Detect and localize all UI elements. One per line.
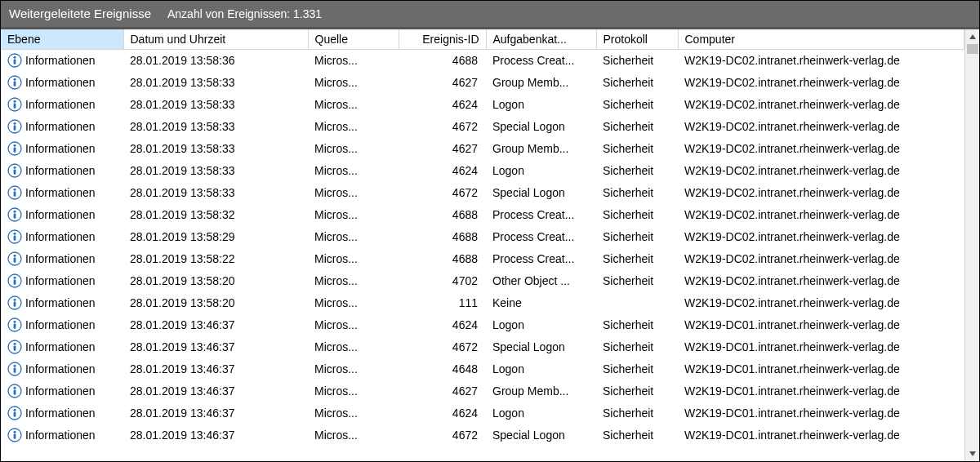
cell-task: Process Creat... — [486, 204, 596, 226]
cell-event-id: 4624 — [399, 94, 486, 116]
cell-task: Logon — [486, 402, 596, 424]
svg-rect-26 — [14, 236, 16, 241]
table-row[interactable]: Informationen28.01.2019 13:46:37Micros..… — [1, 358, 964, 380]
info-icon — [7, 75, 22, 90]
table-row[interactable]: Informationen28.01.2019 13:58:29Micros..… — [1, 226, 964, 248]
cell-event-id: 4627 — [399, 138, 486, 160]
cell-event-id: 4627 — [399, 72, 486, 94]
svg-point-37 — [14, 321, 16, 323]
cell-task: Process Creat... — [486, 248, 596, 270]
cell-level: Informationen — [25, 296, 96, 309]
svg-point-40 — [14, 343, 16, 345]
cell-datetime: 28.01.2019 13:58:20 — [123, 270, 308, 292]
svg-point-10 — [14, 122, 16, 125]
cell-source: Micros... — [308, 160, 399, 182]
cell-source: Micros... — [308, 336, 399, 358]
cell-datetime: 28.01.2019 13:46:37 — [123, 336, 308, 358]
cell-datetime: 28.01.2019 13:58:33 — [123, 116, 308, 138]
svg-rect-17 — [14, 170, 16, 175]
table-row[interactable]: Informationen28.01.2019 13:46:37Micros..… — [1, 314, 964, 336]
cell-task: Special Logon — [486, 424, 596, 446]
info-icon — [7, 362, 22, 376]
cell-task: Logon — [486, 94, 596, 116]
col-datetime[interactable]: Datum und Uhrzeit — [123, 29, 308, 50]
svg-rect-41 — [14, 346, 16, 351]
info-icon — [7, 229, 22, 244]
cell-source: Micros... — [308, 204, 399, 226]
cell-source: Micros... — [308, 314, 399, 336]
table-row[interactable]: Informationen28.01.2019 13:58:33Micros..… — [1, 72, 964, 94]
table-row[interactable]: Informationen28.01.2019 13:58:22Micros..… — [1, 248, 964, 270]
info-icon — [7, 119, 22, 134]
cell-event-id: 4702 — [399, 270, 486, 292]
table-row[interactable]: Informationen28.01.2019 13:58:33Micros..… — [1, 160, 964, 182]
cell-event-id: 4688 — [399, 204, 486, 226]
cell-event-id: 4688 — [399, 248, 486, 270]
table-row[interactable]: Informationen28.01.2019 13:58:20Micros..… — [1, 270, 964, 292]
cell-computer: W2K19-DC01.intranet.rheinwerk-verlag.de — [678, 402, 964, 424]
cell-level: Informationen — [25, 429, 96, 442]
cell-event-id: 4624 — [399, 402, 486, 424]
cell-level: Informationen — [25, 318, 96, 331]
cell-protocol: Sicherheit — [596, 226, 678, 248]
table-row[interactable]: Informationen28.01.2019 13:46:37Micros..… — [1, 402, 964, 424]
col-computer[interactable]: Computer — [678, 29, 964, 50]
table-row[interactable]: Informationen28.01.2019 13:58:33Micros..… — [1, 116, 964, 138]
svg-marker-54 — [969, 34, 976, 39]
cell-task: Special Logon — [486, 182, 596, 204]
cell-task: Process Creat... — [486, 50, 596, 72]
cell-protocol: Sicherheit — [596, 248, 678, 270]
svg-point-25 — [14, 233, 16, 235]
svg-marker-55 — [969, 451, 976, 456]
cell-level: Informationen — [25, 208, 96, 221]
col-event-id[interactable]: Ereignis-ID — [399, 29, 486, 50]
table-row[interactable]: Informationen28.01.2019 13:58:20Micros..… — [1, 292, 964, 314]
svg-rect-8 — [14, 104, 16, 109]
table-row[interactable]: Informationen28.01.2019 13:46:37Micros..… — [1, 336, 964, 358]
cell-event-id: 4688 — [399, 226, 486, 248]
scroll-thumb[interactable] — [967, 44, 978, 54]
cell-level: Informationen — [25, 76, 96, 89]
scroll-up-icon[interactable] — [965, 29, 980, 44]
svg-point-4 — [14, 78, 16, 81]
table-row[interactable]: Informationen28.01.2019 13:58:36Micros..… — [1, 50, 964, 72]
cell-task: Group Memb... — [486, 138, 596, 160]
event-table[interactable]: Ebene Datum und Uhrzeit Quelle Ereignis-… — [1, 29, 964, 461]
info-icon — [7, 185, 22, 200]
cell-computer: W2K19-DC01.intranet.rheinwerk-verlag.de — [678, 314, 964, 336]
event-count: Anzahl von Ereignissen: 1.331 — [167, 1, 322, 27]
col-task[interactable]: Aufgabenkat... — [486, 29, 596, 50]
column-header-row[interactable]: Ebene Datum und Uhrzeit Quelle Ereignis-… — [1, 29, 964, 50]
cell-event-id: 111 — [399, 292, 486, 314]
svg-point-31 — [14, 277, 16, 279]
cell-event-id: 4624 — [399, 160, 486, 182]
cell-event-id: 4648 — [399, 358, 486, 380]
vertical-scrollbar[interactable] — [964, 29, 979, 461]
table-row[interactable]: Informationen28.01.2019 13:58:33Micros..… — [1, 138, 964, 160]
cell-task: Logon — [486, 160, 596, 182]
cell-datetime: 28.01.2019 13:46:37 — [123, 402, 308, 424]
cell-datetime: 28.01.2019 13:58:33 — [123, 72, 308, 94]
table-row[interactable]: Informationen28.01.2019 13:46:37Micros..… — [1, 424, 964, 446]
cell-computer: W2K19-DC02.intranet.rheinwerk-verlag.de — [678, 160, 964, 182]
scroll-down-icon[interactable] — [965, 446, 980, 461]
col-level[interactable]: Ebene — [1, 29, 123, 50]
col-source[interactable]: Quelle — [308, 29, 399, 50]
cell-source: Micros... — [308, 72, 399, 94]
col-protocol[interactable]: Protokoll — [596, 29, 678, 50]
svg-point-16 — [14, 167, 16, 169]
table-row[interactable]: Informationen28.01.2019 13:58:33Micros..… — [1, 94, 964, 116]
cell-datetime: 28.01.2019 13:46:37 — [123, 380, 308, 402]
cell-source: Micros... — [308, 94, 399, 116]
cell-datetime: 28.01.2019 13:46:37 — [123, 314, 308, 336]
table-row[interactable]: Informationen28.01.2019 13:58:33Micros..… — [1, 182, 964, 204]
cell-source: Micros... — [308, 270, 399, 292]
svg-point-22 — [14, 211, 16, 213]
cell-task: Group Memb... — [486, 380, 596, 402]
table-row[interactable]: Informationen28.01.2019 13:58:32Micros..… — [1, 204, 964, 226]
table-row[interactable]: Informationen28.01.2019 13:46:37Micros..… — [1, 380, 964, 402]
cell-computer: W2K19-DC02.intranet.rheinwerk-verlag.de — [678, 72, 964, 94]
svg-rect-50 — [14, 412, 16, 417]
cell-event-id: 4624 — [399, 314, 486, 336]
svg-point-13 — [14, 144, 16, 147]
